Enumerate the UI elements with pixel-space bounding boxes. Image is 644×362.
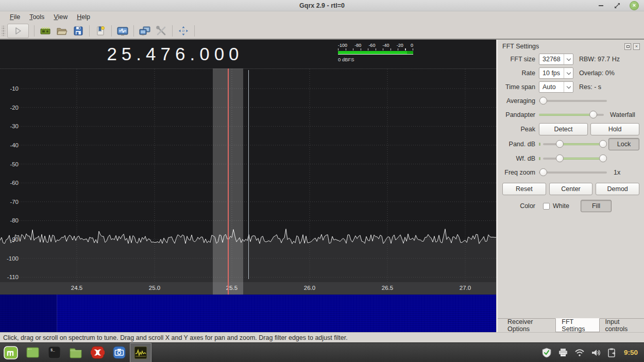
reset-button[interactable]: Reset [502, 183, 546, 195]
y-axis-label: -20 [0, 104, 19, 111]
fft-size-row: FFT size 32768 RBW: 97.7 Hz [502, 54, 639, 65]
res-info: Res: - s [579, 83, 601, 91]
tab-receiver-options[interactable]: Receiver Options [502, 319, 555, 332]
peak-row: Peak Detect Hold [502, 123, 639, 135]
time-span-row: Time span Auto Res: - s [502, 81, 639, 93]
desktop-window-icon [26, 346, 40, 359]
waterfall-display[interactable] [0, 295, 496, 332]
menu-view[interactable]: View [49, 12, 72, 22]
frequency-display[interactable]: 25.476.000 [77, 44, 273, 64]
wifi-icon[interactable] [574, 349, 585, 357]
white-checkbox[interactable] [543, 203, 550, 210]
fill-toggle-button[interactable]: Fill [581, 200, 612, 212]
io-devices-button[interactable] [37, 24, 54, 38]
dsp-settings-button[interactable] [114, 24, 131, 38]
color-label: Color [502, 202, 535, 210]
volume-icon[interactable] [591, 348, 601, 357]
start-dsp-button[interactable] [7, 24, 29, 38]
remote-control-button[interactable] [137, 24, 153, 38]
freq-zoom-label: Freq zoom [502, 169, 535, 176]
toolbar-separator [89, 25, 90, 37]
slider-low-handle[interactable] [556, 140, 564, 148]
terminal-launcher[interactable]: $_ [43, 343, 65, 362]
pandapter-db-range-slider[interactable] [543, 140, 603, 149]
save-button[interactable] [70, 24, 87, 38]
slider-fill [539, 114, 594, 116]
averaging-slider[interactable] [539, 96, 607, 106]
slider-groove [539, 100, 607, 102]
time-span-label: Time span [502, 83, 535, 91]
circuit-board-icon [40, 25, 51, 37]
pandapter-split-slider[interactable] [539, 110, 604, 119]
open-file-button[interactable] [54, 24, 70, 38]
tab-input-controls[interactable]: Input controls [600, 319, 644, 332]
time-span-select[interactable]: Auto [539, 81, 573, 93]
dock-close-button[interactable]: × [633, 43, 640, 50]
toolbar-drag-handle[interactable] [2, 26, 5, 36]
waterfall-label: Waterfall [610, 111, 635, 118]
meter-tick-label: -40 [383, 43, 389, 48]
printer-icon[interactable] [558, 348, 568, 357]
fft-size-select[interactable]: 32768 [539, 54, 573, 65]
close-icon: × [633, 3, 636, 8]
slider-groove [539, 171, 607, 174]
media-app-launcher[interactable] [87, 343, 108, 362]
screenshot-launcher[interactable] [108, 343, 130, 362]
minimize-icon [599, 5, 603, 6]
menu-tools[interactable]: Tools [25, 12, 49, 22]
clipboard-icon[interactable] [607, 348, 616, 357]
y-axis-label: -30 [0, 123, 19, 130]
menu-help[interactable]: Help [72, 12, 95, 22]
color-row: Color White Fill [502, 200, 639, 212]
averaging-label: Averaging [502, 97, 535, 105]
meter-tick-label: 0 [411, 43, 413, 48]
bookmarks-button[interactable] [92, 24, 109, 38]
float-icon [626, 45, 630, 48]
close-button[interactable]: × [630, 1, 639, 10]
peak-detect-button[interactable]: Detect [539, 123, 588, 135]
pandapter-lock-button[interactable]: Lock [608, 138, 639, 150]
demod-button[interactable]: Demod [596, 183, 639, 195]
frequency-axis[interactable]: 24.5 25.0 25.5 26.0 26.5 27.0 [0, 282, 496, 295]
show-desktop-button[interactable] [22, 343, 43, 362]
dock-float-button[interactable] [624, 43, 631, 50]
fullscreen-button[interactable] [175, 24, 192, 38]
updates-shield-icon[interactable] [541, 348, 552, 358]
slider-high-handle[interactable] [599, 140, 607, 148]
dock-tab-bar: Receiver Options FFT Settings Input cont… [498, 318, 644, 332]
mint-menu-button[interactable] [0, 343, 22, 362]
tuning-line[interactable] [228, 68, 229, 295]
tab-fft-settings[interactable]: FFT Settings [555, 318, 599, 332]
dock-close-icon: × [635, 44, 638, 49]
slider-handle[interactable] [589, 111, 597, 118]
y-axis-label: -70 [0, 198, 19, 205]
slider-high-handle[interactable] [599, 154, 607, 162]
slider-handle[interactable] [539, 97, 547, 105]
toolbar-separator [34, 25, 35, 37]
remote-computers-icon [139, 25, 151, 37]
menu-file[interactable]: File [5, 12, 25, 22]
toolbar [0, 23, 644, 40]
rate-select[interactable]: 10 fps [539, 67, 573, 79]
taskbar-clock[interactable]: 9:50 [624, 349, 638, 356]
center-button[interactable]: Center [549, 183, 593, 195]
slider-low-handle[interactable] [556, 154, 564, 162]
maximize-button[interactable] [613, 2, 621, 10]
waterfall-db-range-slider[interactable] [543, 154, 603, 163]
files-launcher[interactable] [65, 343, 87, 362]
combo-arrow [564, 68, 573, 78]
window-title: Gqrx 2.9 - rtl=0 [0, 2, 644, 9]
x-axis-label: 26.0 [298, 285, 321, 291]
minimize-button[interactable] [597, 2, 605, 10]
tools-button[interactable] [153, 24, 170, 38]
x-axis-label: 27.0 [454, 285, 477, 291]
meter-tick-label: -20 [397, 43, 403, 48]
peak-hold-button[interactable]: Hold [590, 123, 639, 135]
mint-logo-icon [4, 346, 18, 360]
taskbar: $_ 9:50 [0, 342, 644, 362]
time-span-value: Auto [539, 82, 564, 92]
slider-handle[interactable] [539, 168, 547, 176]
combo-arrow [564, 54, 573, 64]
freq-zoom-slider[interactable] [539, 168, 607, 177]
taskbar-gqrx-window[interactable] [130, 343, 151, 362]
